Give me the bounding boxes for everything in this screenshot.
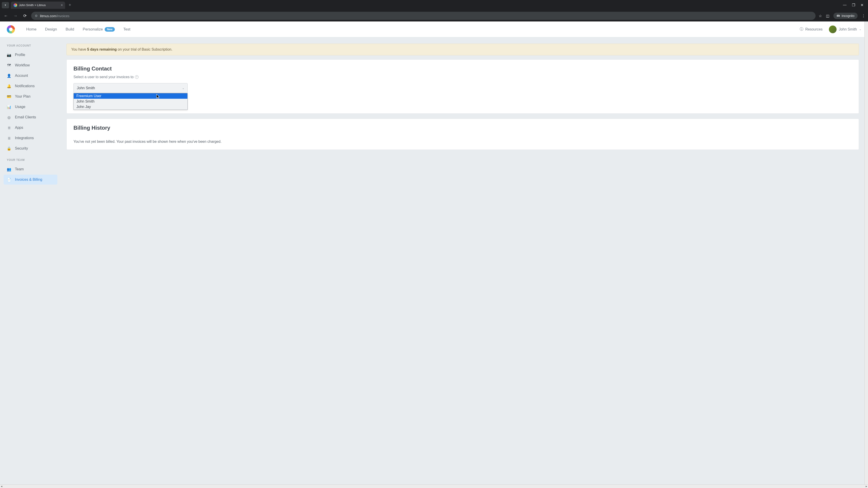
sidebar-item-label: Your Plan: [15, 94, 31, 98]
banner-prefix: You have: [71, 47, 87, 51]
bars-icon: 📊: [7, 105, 11, 109]
minimize-icon[interactable]: —: [843, 3, 846, 7]
toggle-icon: ◎: [7, 115, 11, 120]
banner-bold: 5 days remaining: [87, 47, 117, 51]
sidebar-item-label: Email Clients: [15, 115, 36, 119]
nav-build[interactable]: Build: [66, 27, 74, 32]
sidebar-item-notifications[interactable]: 🔔Notifications: [4, 81, 57, 91]
billing-contact-dropdown[interactable]: Freemium UserJohn SmithJohn Jay: [73, 93, 188, 110]
url-bar[interactable]: ⚙ litmus.com/invoices: [31, 12, 815, 20]
billing-history-body: You've not yet been billed. Your past in…: [73, 140, 852, 144]
vertical-scrollbar[interactable]: [864, 22, 868, 484]
nav-personalize-label: Personalize: [83, 27, 103, 32]
chevron-down-icon: ▾: [5, 4, 6, 6]
billing-history-card: Billing History You've not yet been bill…: [66, 119, 859, 150]
doc-icon: 📄: [7, 177, 11, 182]
sidebar-item-your-plan[interactable]: 💳Your Plan: [4, 92, 57, 101]
lock-icon: 🔒: [7, 146, 11, 151]
sidebar-item-label: Workflow: [15, 63, 30, 67]
browser-menu-icon[interactable]: ⋮: [862, 14, 865, 18]
dropdown-option[interactable]: Freemium User: [74, 93, 187, 99]
dropdown-option[interactable]: John Smith: [74, 99, 187, 104]
site-settings-icon[interactable]: ⚙: [35, 14, 38, 18]
app-logo-icon[interactable]: [7, 25, 15, 33]
nav-personalize[interactable]: Personalize New: [83, 27, 115, 32]
user-name: John Smith: [839, 27, 857, 31]
help-icon[interactable]: ?: [135, 75, 138, 79]
sidebar-item-workflow[interactable]: 🗺Workflow: [4, 60, 57, 70]
scroll-left-icon[interactable]: ◄: [0, 485, 3, 488]
sidebar-section-team: YOUR TEAM: [4, 158, 57, 162]
app-header: Home Design Build Personalize New Test ⓘ…: [0, 22, 868, 37]
layers-icon: ≣: [7, 136, 11, 140]
address-bar: ← → ⟳ ⚙ litmus.com/invoices ☆ ◫ 🕶 Incogn…: [0, 10, 868, 22]
sidebar-item-email-clients[interactable]: ◎Email Clients: [4, 112, 57, 122]
panel-icon[interactable]: ◫: [826, 14, 829, 18]
user-icon: 👤: [7, 73, 11, 78]
maximize-icon[interactable]: ❐: [852, 3, 855, 7]
forward-button[interactable]: →: [12, 13, 19, 18]
sidebar-item-invoices-billing[interactable]: 📄Invoices & Billing: [4, 175, 57, 185]
scroll-right-icon[interactable]: ►: [865, 485, 868, 488]
nav-design[interactable]: Design: [45, 27, 57, 32]
camera-icon: 📷: [7, 53, 11, 57]
sidebar-item-account[interactable]: 👤Account: [4, 71, 57, 80]
chevron-down-icon: ⌄: [182, 87, 184, 90]
billing-contact-subtitle-text: Select a user to send your invoices to: [73, 75, 133, 79]
card-icon: 💳: [7, 94, 11, 99]
select-value: John Smith: [77, 86, 95, 90]
tab-strip: ▾ John Smith > Litmus × + — ❐ ✕: [0, 0, 868, 10]
sidebar-item-integrations[interactable]: ≣Integrations: [4, 133, 57, 143]
sidebar-item-label: Usage: [15, 105, 25, 109]
map-icon: 🗺: [7, 63, 11, 68]
browser-tab[interactable]: John Smith > Litmus ×: [11, 2, 65, 9]
url-text: litmus.com/invoices: [40, 14, 69, 18]
back-button[interactable]: ←: [3, 13, 9, 18]
browser-chrome: ▾ John Smith > Litmus × + — ❐ ✕ ← → ⟳ ⚙ …: [0, 0, 868, 22]
incognito-icon: 🕶: [837, 14, 840, 18]
resources-label: Resources: [805, 27, 822, 31]
sidebar-item-team[interactable]: 👥Team: [4, 164, 57, 174]
resources-link[interactable]: ⓘ Resources: [800, 27, 822, 32]
tabs-menu-button[interactable]: ▾: [2, 2, 9, 8]
sidebar-item-label: Integrations: [15, 136, 34, 140]
sidebar-item-label: Profile: [15, 53, 25, 57]
sidebar-item-usage[interactable]: 📊Usage: [4, 102, 57, 112]
avatar-icon: [829, 26, 837, 33]
reload-button[interactable]: ⟳: [22, 13, 28, 18]
url-path: /invoices: [56, 14, 69, 18]
close-tab-icon[interactable]: ×: [61, 3, 63, 7]
users-icon: 👥: [7, 167, 11, 171]
sidebar-item-label: Team: [15, 167, 24, 171]
sidebar-item-apps[interactable]: ≣Apps: [4, 123, 57, 133]
close-window-icon[interactable]: ✕: [861, 3, 864, 7]
content-area: YOUR ACCOUNT 📷Profile🗺Workflow👤Account🔔N…: [0, 37, 868, 192]
billing-contact-select[interactable]: John Smith ⌄: [73, 83, 188, 93]
horizontal-scrollbar[interactable]: ◄ ►: [0, 484, 868, 488]
sidebar-section-account: YOUR ACCOUNT: [4, 44, 57, 47]
sidebar-item-label: Apps: [15, 126, 23, 130]
billing-contact-card: Billing Contact Select a user to send yo…: [66, 59, 859, 113]
billing-contact-subtitle: Select a user to send your invoices to ?: [73, 75, 852, 79]
trial-banner: You have 5 days remaining on your trial …: [66, 43, 859, 55]
sidebar-item-security[interactable]: 🔒Security: [4, 143, 57, 153]
bookmark-icon[interactable]: ☆: [819, 14, 822, 18]
nav-test[interactable]: Test: [123, 27, 130, 32]
billing-contact-title: Billing Contact: [73, 66, 852, 72]
info-icon: ⓘ: [800, 27, 803, 32]
nav-home[interactable]: Home: [26, 27, 36, 32]
layers-icon: ≣: [7, 125, 11, 130]
new-tab-button[interactable]: +: [67, 2, 73, 8]
sidebar-item-label: Notifications: [15, 84, 35, 88]
bell-icon: 🔔: [7, 84, 11, 88]
incognito-label: Incognito: [842, 14, 855, 18]
sidebar-item-profile[interactable]: 📷Profile: [4, 50, 57, 60]
chevron-down-icon: ⌄: [859, 28, 861, 31]
dropdown-option[interactable]: John Jay: [74, 104, 187, 109]
window-controls: — ❐ ✕: [843, 3, 868, 7]
banner-suffix: on your trial of Basic Subscription.: [117, 47, 172, 51]
incognito-badge[interactable]: 🕶 Incognito: [833, 13, 858, 19]
new-badge: New: [105, 27, 115, 32]
main-nav: Home Design Build Personalize New Test: [26, 27, 130, 32]
user-menu[interactable]: John Smith ⌄: [829, 26, 861, 33]
